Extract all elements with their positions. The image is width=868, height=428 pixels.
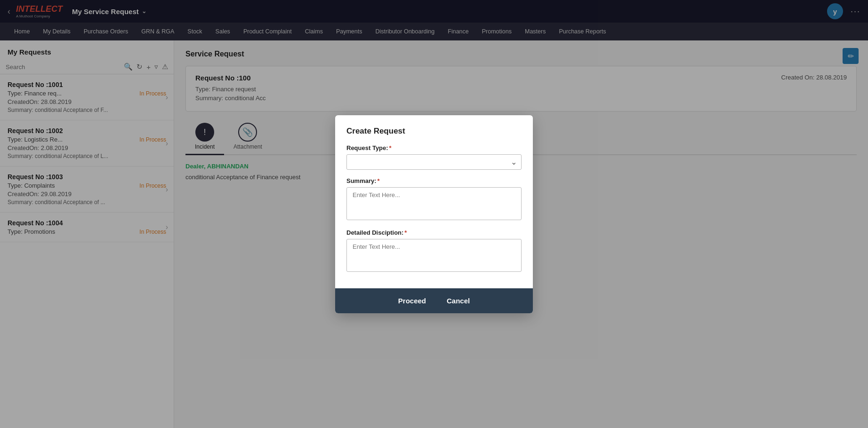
create-request-modal: Create Request Request Type:* Finance Re… (335, 115, 533, 313)
summary-group: Summary:* (346, 177, 522, 222)
description-textarea[interactable] (346, 239, 522, 272)
request-type-label: Request Type:* (346, 144, 522, 151)
modal-title: Create Request (346, 127, 522, 136)
summary-label: Summary:* (346, 177, 522, 184)
request-type-select-wrapper: Finance Request Logistics Request Compla… (346, 154, 522, 170)
request-type-required: * (389, 144, 392, 151)
description-group: Detailed Disciption:* (346, 229, 522, 273)
summary-textarea[interactable] (346, 187, 522, 220)
cancel-button[interactable]: Cancel (441, 295, 475, 307)
request-type-select[interactable]: Finance Request Logistics Request Compla… (346, 154, 522, 170)
modal-body: Create Request Request Type:* Finance Re… (335, 115, 533, 288)
description-required: * (404, 229, 407, 236)
request-type-group: Request Type:* Finance Request Logistics… (346, 144, 522, 170)
modal-overlay: Create Request Request Type:* Finance Re… (0, 0, 868, 428)
modal-footer: Proceed Cancel (335, 288, 533, 313)
proceed-button[interactable]: Proceed (393, 295, 432, 307)
description-label: Detailed Disciption:* (346, 229, 522, 236)
summary-required: * (378, 177, 380, 184)
